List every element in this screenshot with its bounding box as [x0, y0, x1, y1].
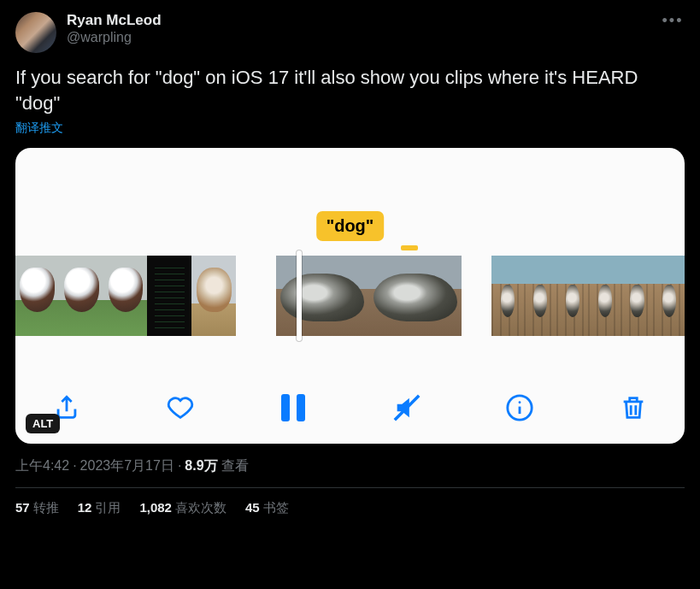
playhead[interactable]: [297, 250, 302, 341]
media-toolbar: [15, 391, 685, 425]
clip-frame[interactable]: [556, 256, 588, 336]
stat-bookmarks[interactable]: 45书签: [245, 500, 289, 516]
clip-group-2[interactable]: [276, 256, 462, 336]
clip-frame[interactable]: [276, 256, 368, 336]
tweet-meta: 上午4:42·2023年7月17日·8.9万 查看: [15, 457, 685, 488]
tweet-time[interactable]: 上午4:42: [15, 458, 69, 473]
speaker-muted-icon[interactable]: [390, 391, 424, 425]
clip-frame[interactable]: [652, 256, 685, 336]
video-filmstrip[interactable]: [15, 256, 685, 336]
clip-frame[interactable]: [147, 256, 191, 336]
likes-label: 喜欢次数: [175, 500, 226, 515]
clip-gap: [236, 256, 276, 336]
views-count: 8.9万: [185, 458, 217, 473]
retweets-label: 转推: [33, 500, 59, 515]
author-names[interactable]: Ryan McLeod @warpling: [67, 12, 661, 46]
tweet-stats: 57转推 12引用 1,082喜欢次数 45书签: [15, 488, 685, 528]
pause-icon[interactable]: [276, 391, 310, 425]
heart-icon[interactable]: [163, 391, 197, 425]
quotes-label: 引用: [95, 500, 121, 515]
clip-group-3[interactable]: [491, 256, 685, 336]
clip-frame[interactable]: [103, 256, 148, 336]
info-icon[interactable]: [503, 391, 537, 425]
author-display-name: Ryan McLeod: [67, 12, 661, 29]
tweet-container: Ryan McLeod @warpling ••• If you search …: [0, 0, 700, 528]
highlight-marker: [401, 245, 418, 250]
clip-frame[interactable]: [15, 256, 59, 336]
author-handle: @warpling: [67, 29, 661, 45]
retweets-count: 57: [15, 500, 30, 515]
clip-frame[interactable]: [59, 256, 103, 336]
likes-count: 1,082: [139, 500, 172, 515]
bookmarks-count: 45: [245, 500, 260, 515]
tweet-text: If you search for "dog" on iOS 17 it'll …: [15, 65, 685, 115]
clip-frame[interactable]: [368, 256, 462, 336]
svg-point-3: [519, 402, 521, 404]
clip-frame[interactable]: [620, 256, 652, 336]
clip-frame[interactable]: [523, 256, 556, 336]
clip-group-1[interactable]: [15, 256, 236, 336]
stat-likes[interactable]: 1,082喜欢次数: [139, 500, 226, 516]
clip-frame[interactable]: [491, 256, 523, 336]
media-card[interactable]: "dog": [15, 148, 685, 444]
avatar[interactable]: [15, 12, 56, 53]
views-label: 查看: [221, 458, 249, 473]
bookmarks-label: 书签: [263, 500, 289, 515]
quotes-count: 12: [78, 500, 92, 515]
stat-retweets[interactable]: 57转推: [15, 500, 59, 516]
trash-icon[interactable]: [616, 391, 650, 425]
alt-badge[interactable]: ALT: [26, 414, 60, 433]
clip-frame[interactable]: [587, 256, 620, 336]
more-icon[interactable]: •••: [661, 12, 685, 29]
tweet-date[interactable]: 2023年7月17日: [80, 458, 174, 473]
clip-frame[interactable]: [191, 256, 236, 336]
stat-quotes[interactable]: 12引用: [78, 500, 121, 516]
search-highlight-label: "dog": [316, 211, 385, 241]
translate-link[interactable]: 翻译推文: [15, 121, 685, 136]
tweet-header: Ryan McLeod @warpling •••: [15, 12, 685, 53]
